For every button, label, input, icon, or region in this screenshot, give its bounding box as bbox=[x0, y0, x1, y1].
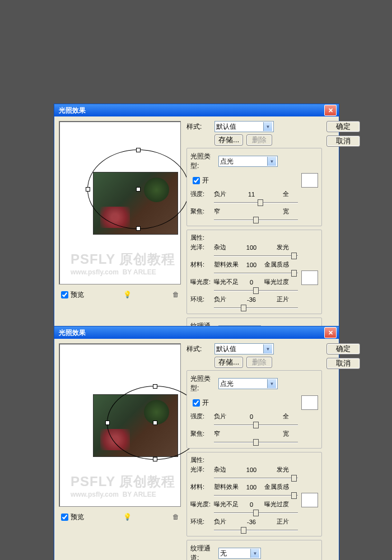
ok-button[interactable]: 确定 bbox=[326, 121, 360, 132]
chevron-down-icon: ▼ bbox=[263, 122, 272, 131]
slider-row: 环境: 负片 -36 正片 bbox=[190, 295, 298, 304]
properties-label: 属性: bbox=[190, 456, 318, 464]
dialog-title: 光照效果 bbox=[57, 328, 324, 338]
light-type-dropdown[interactable]: 点光 ▼ bbox=[218, 156, 278, 167]
slider-row: 强度: 负片 11 全 bbox=[190, 190, 318, 198]
chevron-down-icon: ▼ bbox=[250, 549, 259, 558]
trash-icon[interactable]: 🗑 bbox=[171, 513, 181, 521]
slider-track[interactable] bbox=[214, 510, 298, 516]
delete-button: 删除 bbox=[246, 357, 272, 368]
preview-checkbox[interactable] bbox=[61, 291, 68, 298]
slider-track[interactable] bbox=[214, 527, 298, 534]
light-handle[interactable] bbox=[153, 384, 157, 389]
close-icon[interactable]: ✕ bbox=[324, 105, 337, 116]
watermark: PSFLY 原创教程 www.psfly.com BY ARLEE bbox=[71, 473, 175, 498]
slider-row: 环境: 负片 -36 正片 bbox=[190, 517, 298, 526]
slider-track[interactable] bbox=[214, 422, 298, 428]
slider-row: 材料: 塑料效果 100 金属质感 bbox=[190, 260, 298, 269]
style-label: 样式: bbox=[186, 122, 214, 132]
dialog-title: 光照效果 bbox=[57, 106, 324, 115]
trash-icon[interactable]: 🗑 bbox=[171, 291, 181, 298]
style-dropdown[interactable]: 默认值 ▼ bbox=[214, 121, 274, 132]
chevron-down-icon: ▼ bbox=[267, 157, 276, 166]
chevron-down-icon: ▼ bbox=[263, 344, 272, 353]
slider-row: 材料: 塑料效果 100 金属质感 bbox=[190, 483, 298, 491]
slider-row: 强度: 负片 0 全 bbox=[190, 412, 318, 421]
ambient-color-swatch[interactable] bbox=[301, 270, 318, 285]
slider-track[interactable] bbox=[214, 305, 298, 311]
properties-label: 属性: bbox=[190, 234, 318, 242]
watermark: PSFLY 原创教程 www.psfly.com BY ARLEE bbox=[71, 250, 175, 276]
titlebar[interactable]: 光照效果 ✕ bbox=[54, 326, 339, 339]
cancel-button[interactable]: 取消 bbox=[326, 358, 360, 369]
lightbulb-icon[interactable]: 💡 bbox=[123, 291, 133, 298]
light-type-label: 光照类型: bbox=[190, 152, 218, 171]
delete-button: 删除 bbox=[246, 134, 272, 146]
chevron-down-icon: ▼ bbox=[267, 379, 276, 388]
light-handle[interactable] bbox=[153, 457, 157, 461]
on-label: 开 bbox=[202, 398, 209, 408]
save-button[interactable]: 存储... bbox=[214, 134, 243, 146]
slider-track[interactable] bbox=[214, 217, 298, 223]
light-center-handle[interactable] bbox=[153, 421, 157, 425]
light-type-label: 光照类型: bbox=[190, 374, 218, 393]
cancel-button[interactable]: 取消 bbox=[326, 136, 360, 147]
light-type-dropdown[interactable]: 点光 ▼ bbox=[218, 378, 278, 389]
ok-button[interactable]: 确定 bbox=[326, 343, 360, 354]
light-handle[interactable] bbox=[86, 187, 90, 192]
slider-row: 光泽: 杂边 100 发光 bbox=[190, 465, 298, 474]
titlebar[interactable]: 光照效果 ✕ bbox=[54, 104, 339, 116]
texture-dropdown[interactable]: 无 ▼ bbox=[218, 548, 261, 559]
slider-track[interactable] bbox=[214, 287, 298, 294]
slider-row: 光泽: 杂边 100 发光 bbox=[190, 243, 298, 251]
slider-track[interactable] bbox=[214, 270, 298, 277]
light-handle[interactable] bbox=[105, 421, 110, 425]
slider-row: 聚焦: 窄 宽 bbox=[190, 207, 318, 216]
light-color-swatch[interactable] bbox=[301, 395, 318, 410]
preview-label: 预览 bbox=[71, 512, 84, 522]
slider-row: 聚焦: 窄 宽 bbox=[190, 430, 318, 438]
preview-checkbox[interactable] bbox=[61, 514, 68, 521]
slider-track[interactable] bbox=[214, 253, 298, 259]
lightbulb-icon[interactable]: 💡 bbox=[123, 513, 133, 521]
slider-track[interactable] bbox=[214, 492, 298, 499]
slider-row: 曝光度: 曝光不足 0 曝光过度 bbox=[190, 500, 298, 508]
on-checkbox[interactable] bbox=[193, 177, 200, 184]
style-label: 样式: bbox=[186, 344, 214, 354]
close-icon[interactable]: ✕ bbox=[324, 327, 337, 338]
texture-label: 纹理通道: bbox=[190, 544, 218, 560]
on-label: 开 bbox=[202, 176, 209, 185]
lighting-effects-dialog: 光照效果 ✕ PSFLY 原创教程 www.psfly.com BY ARLEE… bbox=[54, 326, 339, 560]
slider-row: 曝光度: 曝光不足 0 曝光过度 bbox=[190, 278, 298, 286]
light-handle[interactable] bbox=[136, 148, 141, 152]
save-button[interactable]: 存储... bbox=[214, 357, 243, 368]
slider-track[interactable] bbox=[214, 439, 298, 446]
ambient-color-swatch[interactable] bbox=[301, 493, 318, 507]
preview-canvas[interactable]: PSFLY 原创教程 www.psfly.com BY ARLEE bbox=[59, 343, 181, 507]
light-color-swatch[interactable] bbox=[301, 173, 318, 188]
slider-track[interactable] bbox=[214, 475, 298, 482]
light-center-handle[interactable] bbox=[136, 187, 141, 192]
preview-label: 预览 bbox=[71, 290, 84, 300]
slider-track[interactable] bbox=[214, 199, 298, 206]
on-checkbox[interactable] bbox=[193, 399, 200, 407]
preview-canvas[interactable]: PSFLY 原创教程 www.psfly.com BY ARLEE bbox=[59, 121, 181, 284]
style-dropdown[interactable]: 默认值 ▼ bbox=[214, 343, 274, 354]
light-handle[interactable] bbox=[136, 226, 141, 231]
